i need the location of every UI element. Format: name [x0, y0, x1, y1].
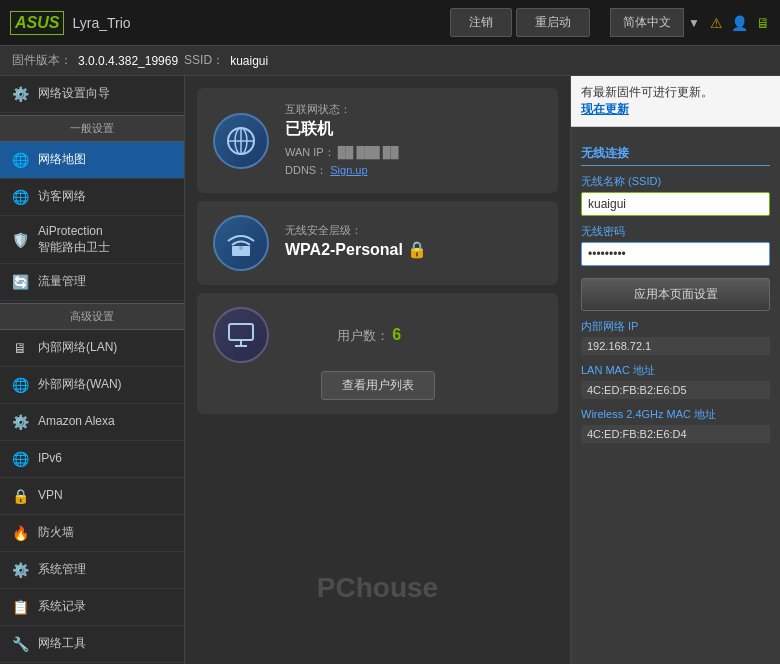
- sidebar-label-lan: 内部网络(LAN): [38, 340, 117, 356]
- logo-area: ASUS Lyra_Trio: [10, 11, 131, 35]
- sidebar-item-wan[interactable]: 🌐 外部网络(WAN): [0, 367, 184, 404]
- sidebar-item-traffic[interactable]: 🔄 流量管理: [0, 264, 184, 301]
- sidebar-item-lan[interactable]: 🖥 内部网络(LAN): [0, 330, 184, 367]
- alert-icon[interactable]: ⚠: [710, 15, 723, 31]
- lan-mac-label: LAN MAC 地址: [581, 363, 770, 378]
- internet-status-label: 互联网状态：: [285, 102, 542, 117]
- lan-icon: 🖥: [10, 338, 30, 358]
- sidebar-item-setup-wizard[interactable]: ⚙️ 网络设置向导: [0, 76, 184, 113]
- internet-card: 互联网状态： 已联机 WAN IP： ██ ███ ██ DDNS： Sign.…: [197, 88, 558, 193]
- user-icon[interactable]: 👤: [731, 15, 748, 31]
- user-count-label: 用户数：: [337, 328, 389, 343]
- sidebar-item-network-map[interactable]: 🌐 网络地图: [0, 142, 184, 179]
- firmware-ssid: kuaigui: [230, 54, 268, 68]
- firmware-label: 固件版本：: [12, 52, 72, 69]
- sidebar-label-traffic: 流量管理: [38, 274, 86, 290]
- firewall-icon: 🔥: [10, 523, 30, 543]
- sidebar-label-aiprotection: AiProtection智能路由卫士: [38, 224, 110, 255]
- sidebar-item-vpn[interactable]: 🔒 VPN: [0, 478, 184, 515]
- top-bar: ASUS Lyra_Trio 注销 重启动 简体中文 ▼ ⚠ 👤 🖥: [0, 0, 780, 46]
- sidebar-label-sysadmin: 系统管理: [38, 562, 86, 578]
- sidebar-label-firewall: 防火墙: [38, 525, 74, 541]
- ddns-link[interactable]: Sign.up: [330, 164, 367, 176]
- network-map-icon: 🌐: [10, 150, 30, 170]
- traffic-icon: 🔄: [10, 272, 30, 292]
- device-name: Lyra_Trio: [72, 15, 130, 31]
- view-users-button[interactable]: 查看用户列表: [321, 371, 435, 400]
- syslog-icon: 📋: [10, 597, 30, 617]
- wireless-icon: [224, 226, 258, 260]
- setup-wizard-icon: ⚙️: [10, 84, 30, 104]
- sidebar-label-guest-network: 访客网络: [38, 189, 86, 205]
- alexa-icon: ⚙️: [10, 412, 30, 432]
- content-area: 互联网状态： 已联机 WAN IP： ██ ███ ██ DDNS： Sign.…: [185, 76, 780, 664]
- sidebar-label-network-map: 网络地图: [38, 152, 86, 168]
- lan-mac-value: 4C:ED:FB:B2:E6:D5: [581, 381, 770, 399]
- user-count-value: 6: [392, 326, 401, 343]
- logout-button[interactable]: 注销: [450, 8, 512, 37]
- password-input[interactable]: [581, 242, 770, 266]
- top-icons: ⚠ 👤 🖥: [710, 15, 770, 31]
- internet-wan-ip: WAN IP： ██ ███ ██: [285, 144, 542, 162]
- aiprotection-icon: 🛡️: [10, 230, 30, 250]
- svg-point-5: [239, 246, 243, 250]
- nettools-icon: 🔧: [10, 634, 30, 654]
- update-now-link[interactable]: 现在更新: [581, 102, 629, 116]
- lang-select: 简体中文 ▼: [610, 8, 700, 37]
- user-info-row: 用户数： 6: [213, 307, 542, 363]
- sidebar-item-nettools[interactable]: 🔧 网络工具: [0, 626, 184, 663]
- main-layout: ⚙️ 网络设置向导 一般设置 🌐 网络地图 🌐 访客网络 🛡️ AiProtec…: [0, 76, 780, 664]
- sidebar-item-firewall[interactable]: 🔥 防火墙: [0, 515, 184, 552]
- sidebar-label-vpn: VPN: [38, 488, 63, 504]
- sidebar: ⚙️ 网络设置向导 一般设置 🌐 网络地图 🌐 访客网络 🛡️ AiProtec…: [0, 76, 185, 664]
- sidebar-section-general: 一般设置: [0, 115, 184, 142]
- ssid-input[interactable]: [581, 192, 770, 216]
- firmware-version: 3.0.0.4.382_19969: [78, 54, 178, 68]
- wireless-info: 无线安全层级： WPA2-Personal 🔒: [285, 223, 542, 263]
- sidebar-item-ipv6[interactable]: 🌐 IPv6: [0, 441, 184, 478]
- internet-icon-wrap: [213, 113, 269, 169]
- ssid-label: SSID：: [184, 52, 224, 69]
- sidebar-label-alexa: Amazon Alexa: [38, 414, 115, 430]
- firmware-bar: 固件版本： 3.0.0.4.382_19969 SSID： kuaigui: [0, 46, 780, 76]
- wireless-security-value: WPA2-Personal 🔒: [285, 240, 542, 259]
- asus-logo: ASUS: [10, 11, 64, 35]
- sidebar-item-sysadmin[interactable]: ⚙️ 系统管理: [0, 552, 184, 589]
- users-card: 用户数： 6 查看用户列表: [197, 293, 558, 414]
- monitor-icon: [226, 320, 256, 350]
- internet-info: 互联网状态： 已联机 WAN IP： ██ ███ ██ DDNS： Sign.…: [285, 102, 542, 179]
- lang-button[interactable]: 简体中文: [610, 8, 684, 37]
- sidebar-label-ipv6: IPv6: [38, 451, 62, 467]
- sidebar-item-alexa[interactable]: ⚙️ Amazon Alexa: [0, 404, 184, 441]
- sidebar-label-syslog: 系统记录: [38, 599, 86, 615]
- update-notice: 有最新固件可进行更新。 现在更新: [571, 76, 780, 127]
- internet-status-value: 已联机: [285, 119, 542, 140]
- internet-ddns: DDNS： Sign.up: [285, 162, 542, 180]
- vpn-icon: 🔒: [10, 486, 30, 506]
- wireless-section-title: 无线连接: [581, 145, 770, 166]
- screen-icon[interactable]: 🖥: [756, 15, 770, 31]
- reboot-button[interactable]: 重启动: [516, 8, 590, 37]
- sidebar-label-setup-wizard: 网络设置向导: [38, 86, 110, 102]
- svg-rect-6: [229, 324, 253, 340]
- ssid-field-label: 无线名称 (SSID): [581, 174, 770, 189]
- sidebar-item-guest-network[interactable]: 🌐 访客网络: [0, 179, 184, 216]
- wireless-icon-wrap: [213, 215, 269, 271]
- wan-icon: 🌐: [10, 375, 30, 395]
- globe-icon: [225, 125, 257, 157]
- wireless-24-value: 4C:ED:FB:B2:E6:D4: [581, 425, 770, 443]
- wireless-card: 无线安全层级： WPA2-Personal 🔒: [197, 201, 558, 285]
- right-form: 无线连接 无线名称 (SSID) 无线密码 应用本页面设置 内部网络 IP 19…: [571, 127, 780, 664]
- chevron-down-icon: ▼: [688, 16, 700, 30]
- watermark: PChouse: [317, 572, 438, 604]
- sidebar-item-aiprotection[interactable]: 🛡️ AiProtection智能路由卫士: [0, 216, 184, 264]
- sidebar-item-syslog[interactable]: 📋 系统记录: [0, 589, 184, 626]
- apply-button[interactable]: 应用本页面设置: [581, 278, 770, 311]
- sidebar-label-wan: 外部网络(WAN): [38, 377, 122, 393]
- lan-ip-value: 192.168.72.1: [581, 337, 770, 355]
- center-panel: 互联网状态： 已联机 WAN IP： ██ ███ ██ DDNS： Sign.…: [185, 76, 570, 664]
- user-count-area: 用户数： 6: [337, 326, 401, 345]
- sysadmin-icon: ⚙️: [10, 560, 30, 580]
- lan-ip-label: 内部网络 IP: [581, 319, 770, 334]
- password-field-label: 无线密码: [581, 224, 770, 239]
